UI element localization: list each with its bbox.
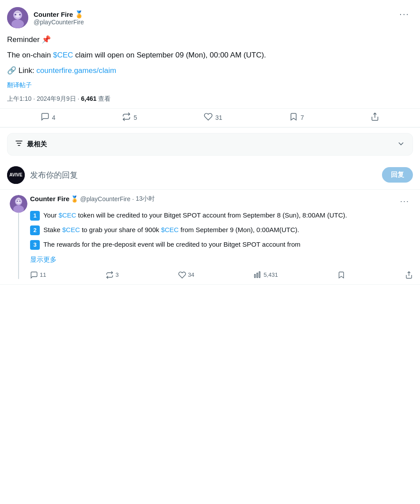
- comment-icon: [41, 112, 50, 123]
- reply-username: @playCounterFire: [80, 195, 130, 202]
- avatar[interactable]: [7, 7, 28, 28]
- reply-time-ago: 13小时: [136, 195, 155, 203]
- tweet-text-line2: The on-chain $CEC claim will open on Sep…: [7, 49, 413, 61]
- sort-label-group: 最相关: [15, 139, 47, 150]
- share-icon: [370, 112, 379, 123]
- tweet-body: Reminder 📌 The on-chain $CEC claim will …: [7, 34, 413, 90]
- avatar-image: [7, 7, 28, 28]
- verified-badge: 🏅: [75, 10, 84, 19]
- main-tweet: Counter Fire 🏅 @playCounterFire ··· Remi…: [0, 0, 420, 128]
- reply-comment-button[interactable]: 11: [30, 271, 46, 279]
- thread-line: [18, 213, 19, 279]
- reply-tweet: Counter Fire 🏅 @playCounterFire · 13小时 ·…: [0, 190, 420, 285]
- reply-body: 1 Your $CEC token will be credited to yo…: [30, 210, 413, 265]
- number-badge-3: 3: [30, 240, 40, 250]
- tweet-meta: 上午1:10 · 2024年9月9日 · 6,461 查看: [7, 95, 413, 108]
- reply-retweet-button[interactable]: 3: [106, 271, 118, 279]
- item1-pre: Your: [43, 211, 58, 219]
- body-pre: The on-chain: [7, 51, 53, 59]
- retweet-icon: [122, 112, 131, 123]
- svg-rect-20: [259, 271, 260, 278]
- reply-dot-sep: ·: [132, 195, 134, 202]
- item2-cec1-link[interactable]: $CEC: [62, 226, 80, 233]
- reply-display-name[interactable]: Counter Fire 🏅: [30, 195, 78, 202]
- show-more-button[interactable]: 显示更多: [30, 254, 413, 265]
- svg-point-2: [11, 19, 24, 28]
- reply-verified-badge: 🏅: [71, 195, 78, 202]
- number-badge-1: 1: [30, 211, 40, 221]
- username[interactable]: @playCounterFire: [34, 19, 84, 26]
- reply-like-button[interactable]: 34: [178, 271, 194, 279]
- engagement-row: 4 5 31 7: [0, 108, 420, 127]
- item2-mid: to grab your share of 900k: [80, 226, 161, 233]
- bookmark-icon: [289, 112, 298, 123]
- reply-engagement-row: 11 3 34 5,431: [30, 269, 413, 279]
- reply-share-button[interactable]: [405, 271, 413, 279]
- reply-item-2: 2 Stake $CEC to grab your share of 900k …: [30, 225, 413, 235]
- name-text: Counter Fire: [34, 11, 73, 18]
- reply-retweet-count: 3: [115, 271, 118, 278]
- reply-avatar[interactable]: [10, 195, 27, 213]
- sort-bar[interactable]: 最相关: [7, 133, 413, 156]
- body-post: claim will open on September 09 (Mon), 0…: [73, 51, 266, 59]
- reply-submit-button[interactable]: 回复: [382, 167, 413, 183]
- link-label-text: 🔗 Link:: [7, 66, 36, 75]
- like-icon: [204, 112, 213, 123]
- item2-post: from September 9 (Mon), 0:00AM(UTC).: [179, 226, 299, 233]
- tweet-header: Counter Fire 🏅 @playCounterFire ···: [7, 7, 413, 28]
- reply-views-count: 5,431: [263, 271, 278, 278]
- retweet-button[interactable]: 5: [122, 112, 137, 123]
- reply-item-3: 3 The rewards for the pre-deposit event …: [30, 240, 413, 250]
- svg-point-17: [19, 200, 21, 202]
- item2-cec2-link[interactable]: $CEC: [161, 226, 179, 233]
- like-count: 31: [215, 114, 222, 121]
- tweet-text-line1: Reminder 📌: [7, 34, 413, 46]
- retweet-count: 5: [134, 114, 137, 121]
- reply-views-button[interactable]: 5,431: [254, 271, 278, 279]
- cec-token-link[interactable]: $CEC: [53, 51, 73, 59]
- tweet-header-left: Counter Fire 🏅 @playCounterFire: [7, 7, 84, 28]
- comment-button[interactable]: 4: [41, 112, 56, 123]
- reply-tweet-inner: Counter Fire 🏅 @playCounterFire · 13小时 ·…: [7, 195, 413, 279]
- display-name[interactable]: Counter Fire 🏅: [34, 10, 84, 19]
- reply-comment-count: 11: [40, 271, 46, 278]
- reply-tweet-header: Counter Fire 🏅 @playCounterFire · 13小时 ·…: [30, 195, 413, 208]
- item3-pre: The rewards for the pre-deposit event wi…: [43, 241, 301, 248]
- reply-more-options-button[interactable]: ···: [397, 195, 413, 208]
- reply-meta-row: Counter Fire 🏅 @playCounterFire · 13小时: [30, 195, 155, 203]
- current-user-avatar: AVIVE: [7, 166, 25, 184]
- bookmark-count: 7: [301, 114, 304, 121]
- reply-like-count: 34: [188, 271, 194, 278]
- views-count: 6,461: [81, 95, 96, 102]
- like-button[interactable]: 31: [204, 112, 222, 123]
- item1-post: token will be credited to your Bitget SP…: [76, 211, 347, 219]
- chevron-down-icon: [397, 139, 405, 149]
- svg-point-4: [15, 14, 16, 15]
- item1-cec-link[interactable]: $CEC: [58, 211, 76, 219]
- reply-placeholder[interactable]: 发布你的回复: [30, 170, 78, 180]
- reply-name-text: Counter Fire: [30, 195, 69, 202]
- reply-item-1: 1 Your $CEC token will be credited to yo…: [30, 210, 413, 221]
- svg-rect-18: [255, 274, 256, 278]
- reply-compose: AVIVE 发布你的回复 回复: [0, 161, 420, 190]
- reply-compose-left: AVIVE 发布你的回复: [7, 166, 78, 184]
- svg-point-16: [17, 200, 18, 202]
- more-options-button[interactable]: ···: [396, 7, 413, 21]
- svg-point-5: [19, 14, 21, 15]
- reply-content-col: Counter Fire 🏅 @playCounterFire · 13小时 ·…: [30, 195, 413, 279]
- user-info: Counter Fire 🏅 @playCounterFire: [34, 10, 84, 26]
- timestamp: 上午1:10 · 2024年9月9日 ·: [7, 95, 81, 102]
- share-button[interactable]: [370, 112, 379, 123]
- number-badge-2: 2: [30, 225, 40, 235]
- translate-button[interactable]: 翻译帖子: [7, 80, 413, 90]
- thread-line-col: [7, 195, 30, 279]
- body-line1: Reminder 📌: [7, 35, 51, 44]
- views-suffix: 查看: [96, 95, 111, 102]
- claim-link[interactable]: counterfire.games/claim: [36, 66, 116, 75]
- reply-bookmark-button[interactable]: [337, 271, 345, 279]
- bookmark-button[interactable]: 7: [289, 112, 304, 123]
- svg-text:AVIVE: AVIVE: [9, 172, 23, 177]
- sort-label: 最相关: [27, 140, 47, 149]
- link-line: 🔗 Link: counterfire.games/claim: [7, 65, 413, 76]
- comment-count: 4: [52, 114, 56, 121]
